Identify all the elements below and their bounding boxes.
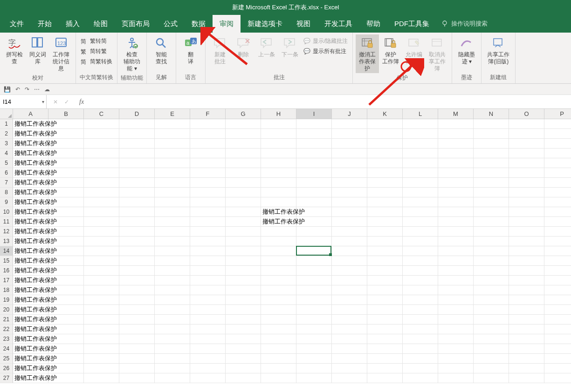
- cell-P6[interactable]: [544, 168, 571, 178]
- cell-M13[interactable]: [438, 237, 474, 246]
- cell-B13[interactable]: [48, 237, 84, 246]
- cell-H24[interactable]: [261, 344, 296, 354]
- cell-O20[interactable]: [509, 305, 544, 315]
- cell-J21[interactable]: [332, 315, 367, 324]
- cell-B17[interactable]: [48, 276, 84, 285]
- row-header-7[interactable]: 7: [0, 178, 13, 188]
- cell-P16[interactable]: [544, 266, 571, 276]
- cell-N16[interactable]: [474, 266, 509, 276]
- cell-E15[interactable]: [155, 256, 190, 266]
- cell-H15[interactable]: [261, 256, 296, 266]
- cell-D16[interactable]: [119, 266, 155, 276]
- cell-E24[interactable]: [155, 344, 190, 354]
- cell-H27[interactable]: [261, 373, 296, 383]
- cell-H19[interactable]: [261, 295, 296, 305]
- smart-lookup-button[interactable]: 智能查找: [150, 34, 173, 66]
- cell-G6[interactable]: [226, 168, 261, 178]
- formula-input[interactable]: [90, 95, 571, 108]
- cell-H12[interactable]: [261, 227, 296, 237]
- cell-H11[interactable]: 撤销工作表保护: [261, 217, 296, 227]
- cell-H25[interactable]: [261, 354, 296, 364]
- cell-M15[interactable]: [438, 256, 474, 266]
- cell-P3[interactable]: [544, 139, 571, 149]
- cell-B15[interactable]: [48, 256, 84, 266]
- cell-G22[interactable]: [226, 324, 261, 334]
- col-header-G[interactable]: G: [226, 109, 261, 119]
- cell-I23[interactable]: [296, 334, 332, 344]
- cell-N26[interactable]: [474, 364, 509, 373]
- cell-C8[interactable]: [84, 188, 119, 197]
- cell-H3[interactable]: [261, 139, 296, 149]
- cell-K13[interactable]: [367, 237, 403, 246]
- cell-M2[interactable]: [438, 129, 474, 139]
- cell-N4[interactable]: [474, 149, 509, 158]
- cell-M18[interactable]: [438, 285, 474, 295]
- cell-H16[interactable]: [261, 266, 296, 276]
- cell-B24[interactable]: [48, 344, 84, 354]
- cell-P23[interactable]: [544, 334, 571, 344]
- cell-C25[interactable]: [84, 354, 119, 364]
- row-header-16[interactable]: 16: [0, 266, 13, 276]
- cell-J11[interactable]: [332, 217, 367, 227]
- hide-ink-button[interactable]: 隐藏墨迹 ▾: [455, 34, 478, 66]
- cell-J6[interactable]: [332, 168, 367, 178]
- cell-O16[interactable]: [509, 266, 544, 276]
- cell-L21[interactable]: [403, 315, 438, 324]
- row-header-9[interactable]: 9: [0, 197, 13, 207]
- cell-D17[interactable]: [119, 276, 155, 285]
- cell-K27[interactable]: [367, 373, 403, 383]
- cell-K5[interactable]: [367, 158, 403, 168]
- cell-E25[interactable]: [155, 354, 190, 364]
- cell-P15[interactable]: [544, 256, 571, 266]
- cell-G20[interactable]: [226, 305, 261, 315]
- cell-M16[interactable]: [438, 266, 474, 276]
- cell-P11[interactable]: [544, 217, 571, 227]
- cell-F23[interactable]: [190, 334, 226, 344]
- cell-M27[interactable]: [438, 373, 474, 383]
- cell-G11[interactable]: [226, 217, 261, 227]
- cell-F27[interactable]: [190, 373, 226, 383]
- cell-A7[interactable]: 撤销工作表保护: [13, 178, 48, 188]
- cell-G21[interactable]: [226, 315, 261, 324]
- cell-B4[interactable]: [48, 149, 84, 158]
- cell-I8[interactable]: [296, 188, 332, 197]
- cell-D6[interactable]: [119, 168, 155, 178]
- cell-I19[interactable]: [296, 295, 332, 305]
- cell-C6[interactable]: [84, 168, 119, 178]
- cell-G8[interactable]: [226, 188, 261, 197]
- col-header-D[interactable]: D: [119, 109, 155, 119]
- col-header-K[interactable]: K: [367, 109, 403, 119]
- cell-L20[interactable]: [403, 305, 438, 315]
- cell-B25[interactable]: [48, 354, 84, 364]
- chevron-down-icon[interactable]: ▾: [42, 99, 44, 104]
- cell-M22[interactable]: [438, 324, 474, 334]
- cell-J15[interactable]: [332, 256, 367, 266]
- cell-K25[interactable]: [367, 354, 403, 364]
- cell-J24[interactable]: [332, 344, 367, 354]
- row-header-21[interactable]: 21: [0, 315, 13, 324]
- cell-P26[interactable]: [544, 364, 571, 373]
- cell-B27[interactable]: [48, 373, 84, 383]
- cell-M5[interactable]: [438, 158, 474, 168]
- cell-O8[interactable]: [509, 188, 544, 197]
- cell-P27[interactable]: [544, 373, 571, 383]
- col-header-I[interactable]: I: [296, 109, 332, 119]
- cell-B8[interactable]: [48, 188, 84, 197]
- cell-I1[interactable]: [296, 119, 332, 129]
- cell-G16[interactable]: [226, 266, 261, 276]
- cell-F13[interactable]: [190, 237, 226, 246]
- cell-E5[interactable]: [155, 158, 190, 168]
- cell-M11[interactable]: [438, 217, 474, 227]
- cell-H14[interactable]: [261, 246, 296, 256]
- cell-A27[interactable]: 撤销工作表保护: [13, 373, 48, 383]
- cell-D7[interactable]: [119, 178, 155, 188]
- cell-B18[interactable]: [48, 285, 84, 295]
- cell-J4[interactable]: [332, 149, 367, 158]
- cell-P4[interactable]: [544, 149, 571, 158]
- cell-K19[interactable]: [367, 295, 403, 305]
- cell-J26[interactable]: [332, 364, 367, 373]
- tab-PDF工具集[interactable]: PDF工具集: [387, 15, 436, 33]
- cell-K16[interactable]: [367, 266, 403, 276]
- cell-J9[interactable]: [332, 197, 367, 207]
- cell-F3[interactable]: [190, 139, 226, 149]
